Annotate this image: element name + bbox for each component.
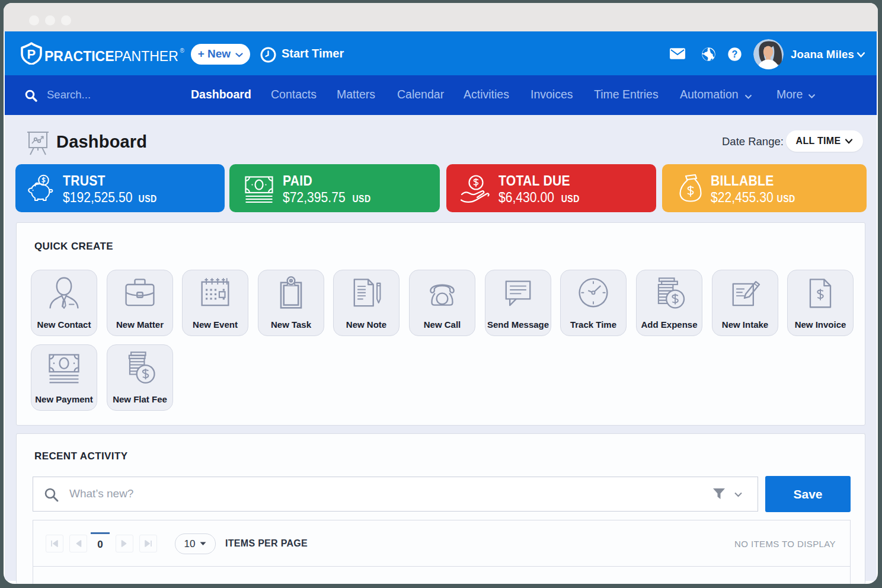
svg-text:?: ?: [732, 49, 738, 59]
svg-text:P: P: [27, 47, 36, 62]
